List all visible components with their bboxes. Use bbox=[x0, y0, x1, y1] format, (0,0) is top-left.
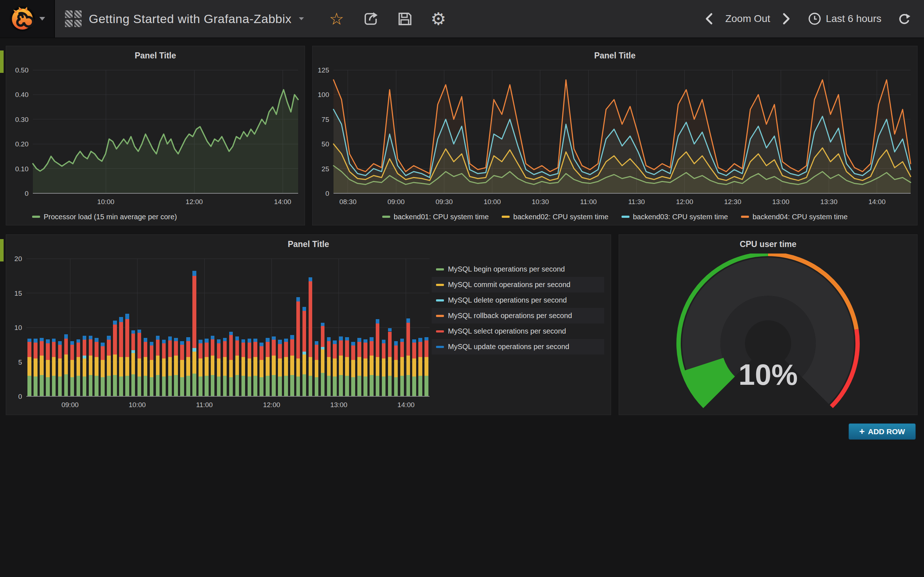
bar-segment bbox=[64, 338, 68, 355]
row-toggle-strip[interactable] bbox=[0, 239, 3, 261]
bar-segment bbox=[376, 357, 380, 376]
dashboard-picker[interactable]: Getting Started with Grafana-Zabbix bbox=[55, 0, 314, 37]
grafana-menu-button[interactable] bbox=[0, 0, 55, 37]
bar-segment bbox=[425, 340, 428, 357]
bar-segment bbox=[113, 324, 117, 354]
graph-plot-area[interactable]: 025507510012508:3009:0009:3010:0010:3011… bbox=[313, 65, 917, 209]
bar-segment bbox=[406, 375, 410, 396]
bar-segment bbox=[205, 357, 208, 376]
x-tick-label: 12:30 bbox=[724, 198, 741, 206]
panel-title[interactable]: Panel Title bbox=[6, 235, 611, 253]
panel-title[interactable]: Panel Title bbox=[6, 46, 305, 65]
bar-segment bbox=[217, 343, 221, 358]
bar-segment bbox=[205, 338, 208, 343]
y-tick-label: 25 bbox=[321, 165, 329, 173]
y-tick-label: 50 bbox=[321, 140, 329, 148]
add-row-button[interactable]: + ADD ROW bbox=[848, 423, 916, 440]
bar-segment bbox=[46, 343, 50, 360]
legend-item[interactable]: backend01: CPU system time bbox=[382, 213, 489, 221]
bar-segment bbox=[315, 360, 319, 377]
bar-segment bbox=[400, 342, 404, 357]
bar-segment bbox=[357, 357, 361, 376]
time-back-button[interactable] bbox=[704, 12, 714, 25]
bar-segment bbox=[241, 339, 246, 343]
legend-item[interactable]: MySQL update operations per second bbox=[432, 339, 604, 355]
graph-legend: backend01: CPU system timebackend02: CPU… bbox=[313, 209, 917, 224]
legend-item[interactable]: Processor load (15 min average per core) bbox=[32, 213, 177, 221]
bar-segment bbox=[254, 338, 257, 342]
bar-segment bbox=[284, 342, 288, 357]
bar-segment bbox=[376, 324, 380, 357]
bar-segment bbox=[345, 337, 349, 341]
bar-segment bbox=[137, 377, 142, 396]
bar-segment bbox=[46, 377, 50, 397]
bar-segment bbox=[223, 341, 227, 357]
bar-segment bbox=[156, 356, 160, 375]
legend-item[interactable]: MySQL begin operations per second bbox=[432, 261, 604, 277]
x-tick-label: 10:00 bbox=[129, 401, 146, 409]
refresh-icon bbox=[897, 11, 912, 26]
panel-cpu-user-gauge: CPU user time 10% bbox=[619, 234, 918, 415]
legend-item[interactable]: MySQL delete operations per second bbox=[432, 292, 604, 308]
legend-item[interactable]: backend02: CPU system time bbox=[502, 213, 608, 221]
bar-segment bbox=[150, 342, 154, 345]
bar-segment bbox=[284, 376, 288, 396]
bar-segment bbox=[82, 340, 87, 356]
bar-segment bbox=[168, 357, 172, 376]
bar-segment bbox=[199, 343, 202, 358]
panel-title-text: Panel Title bbox=[135, 51, 176, 61]
bar-segment bbox=[217, 358, 221, 377]
legend-item[interactable]: MySQL commit operations per second bbox=[432, 277, 604, 292]
cpu-system-chart: 025507510012508:3009:0009:3010:0010:3011… bbox=[313, 65, 917, 209]
legend-item[interactable]: backend03: CPU system time bbox=[622, 213, 728, 221]
row-toggle-strip[interactable] bbox=[0, 50, 3, 73]
time-picker-button[interactable]: Last 6 hours bbox=[808, 12, 881, 26]
save-button[interactable] bbox=[397, 11, 412, 27]
bar-segment bbox=[327, 357, 331, 376]
bar-segment bbox=[418, 338, 422, 342]
refresh-button[interactable] bbox=[897, 11, 912, 26]
bar-segment bbox=[119, 322, 123, 357]
bar-segment bbox=[58, 358, 62, 377]
y-tick-label: 0.20 bbox=[15, 140, 29, 148]
bar-segment bbox=[199, 358, 202, 377]
bar-segment bbox=[186, 376, 190, 396]
bar-segment bbox=[394, 360, 398, 377]
bar-segment bbox=[363, 358, 367, 377]
legend-item[interactable]: MySQL select operations per second bbox=[432, 324, 604, 339]
graph-plot-area[interactable]: 0510152009:0010:0011:0012:0013:0014:00 bbox=[6, 253, 434, 412]
graph-legend: Processor load (15 min average per core) bbox=[6, 209, 305, 224]
bar-segment bbox=[186, 337, 190, 342]
x-tick-label: 14:00 bbox=[274, 198, 291, 206]
bar-segment bbox=[412, 358, 416, 377]
bar-segment bbox=[418, 376, 422, 396]
settings-button[interactable]: ⚙ bbox=[431, 10, 446, 27]
x-tick-label: 09:30 bbox=[436, 198, 453, 206]
bar-segment bbox=[76, 376, 81, 396]
panel-title[interactable]: Panel Title bbox=[313, 46, 917, 65]
legend-item[interactable]: backend04: CPU system time bbox=[741, 213, 848, 221]
bar-segment bbox=[376, 376, 380, 396]
bar-segment bbox=[418, 357, 422, 376]
bar-segment bbox=[345, 376, 349, 396]
share-button[interactable] bbox=[362, 10, 379, 27]
bar-segment bbox=[125, 314, 129, 319]
bar-segment bbox=[70, 377, 74, 397]
time-forward-button[interactable] bbox=[781, 12, 791, 25]
graph-plot-area[interactable]: 00.100.200.300.400.5010:0012:0014:00 bbox=[6, 65, 305, 209]
bar-segment bbox=[34, 343, 37, 358]
bar-segment bbox=[327, 337, 331, 342]
x-tick-label: 14:00 bbox=[868, 198, 886, 206]
bar-segment bbox=[162, 343, 166, 358]
bar-segment bbox=[144, 376, 148, 396]
bar-segment bbox=[382, 358, 386, 377]
legend-item[interactable]: MySQL rollback operations per second bbox=[432, 308, 604, 324]
zoom-out-button[interactable]: Zoom Out bbox=[725, 14, 770, 24]
panel-title[interactable]: CPU user time bbox=[619, 235, 917, 253]
bar-segment bbox=[321, 373, 325, 396]
bar-segment bbox=[40, 356, 44, 375]
panel-body: 0510152009:0010:0011:0012:0013:0014:00 M… bbox=[6, 253, 611, 415]
star-button[interactable]: ☆ bbox=[329, 10, 344, 27]
x-tick-label: 12:00 bbox=[676, 198, 693, 206]
bar-segment bbox=[131, 334, 135, 350]
